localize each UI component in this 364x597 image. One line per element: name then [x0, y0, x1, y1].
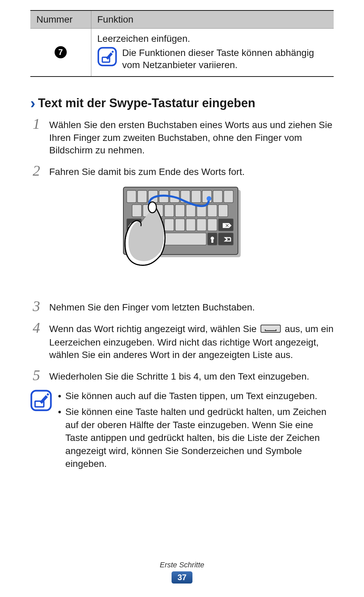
- step4-text-a: Wenn das Wort richtig angezeigt wird, wä…: [49, 324, 259, 334]
- table-row: 7 Leerzeichen einfügen. D: [30, 29, 334, 77]
- svg-rect-5: [138, 190, 147, 203]
- table-header-number: Nummer: [30, 10, 91, 29]
- svg-rect-27: [175, 219, 185, 231]
- page-number-badge: 37: [172, 571, 193, 584]
- row-note-text: Die Funktionen dieser Taste können abhän…: [122, 47, 328, 71]
- step-1: 1 Wählen Sie den ersten Buchstaben eines…: [30, 117, 334, 157]
- step-number: 4: [30, 321, 42, 335]
- table-header-function: Funktion: [91, 10, 334, 29]
- step-number: 1: [30, 117, 42, 131]
- svg-rect-41: [211, 240, 213, 243]
- row-number-badge: 7: [55, 46, 67, 58]
- svg-rect-18: [175, 205, 185, 217]
- step-text: Wiederholen Sie die Schritte 1 bis 4, um…: [49, 368, 309, 383]
- svg-point-40: [211, 237, 214, 240]
- step-text: Nehmen Sie den Finger vom letzten Buchst…: [49, 299, 255, 314]
- svg-rect-29: [197, 219, 206, 231]
- step-5: 5 Wiederholen Sie die Schritte 1 bis 4, …: [30, 368, 334, 383]
- step-2: 2 Fahren Sie damit bis zum Ende des Wort…: [30, 163, 334, 178]
- svg-rect-44: [261, 325, 280, 332]
- tip-text: Sie können auch auf die Tasten tippen, u…: [65, 390, 317, 403]
- step-text: Wenn das Wort richtig angezeigt wird, wä…: [49, 321, 334, 361]
- tips-block: Sie können auch auf die Tasten tippen, u…: [30, 390, 334, 473]
- svg-rect-21: [208, 205, 217, 217]
- spacebar-icon: [261, 323, 281, 336]
- svg-rect-30: [208, 219, 217, 231]
- section-title: › Text mit der Swype-Tastatur eingeben: [30, 96, 334, 111]
- step-number: 3: [30, 299, 42, 314]
- chevron-icon: ›: [30, 96, 35, 111]
- svg-rect-13: [224, 190, 233, 203]
- step-4: 4 Wenn das Wort richtig angezeigt wird, …: [30, 321, 334, 361]
- svg-rect-28: [186, 219, 195, 231]
- step-text: Fahren Sie damit bis zum Ende des Worts …: [49, 163, 245, 178]
- svg-point-42: [207, 196, 211, 201]
- section-heading: Text mit der Swype-Tastatur eingeben: [38, 96, 255, 110]
- svg-rect-14: [132, 205, 142, 217]
- svg-rect-4: [127, 190, 136, 203]
- step-number: 5: [30, 368, 42, 383]
- swype-keyboard-illustration: [30, 185, 334, 288]
- note-icon: [97, 47, 117, 66]
- step-3: 3 Nehmen Sie den Finger vom letzten Buch…: [30, 299, 334, 314]
- function-table: Nummer Funktion 7 Leerzeichen einfügen.: [30, 10, 334, 77]
- svg-rect-26: [164, 219, 174, 231]
- page-footer: Erste Schritte 37: [0, 561, 364, 584]
- svg-rect-19: [186, 205, 195, 217]
- tip-text: Sie können eine Taste halten und gedrück…: [65, 406, 334, 471]
- note-icon: [30, 390, 52, 411]
- svg-rect-17: [164, 205, 174, 217]
- row-function-text: Leerzeichen einfügen.: [97, 33, 328, 44]
- step-text: Wählen Sie den ersten Buchstaben eines W…: [49, 117, 334, 157]
- svg-rect-11: [202, 190, 212, 203]
- footer-section-label: Erste Schritte: [0, 561, 364, 569]
- tips-list: Sie können auch auf die Tasten tippen, u…: [58, 390, 334, 473]
- svg-rect-12: [213, 190, 222, 203]
- svg-rect-10: [191, 190, 201, 203]
- step-number: 2: [30, 163, 42, 178]
- svg-point-43: [148, 202, 156, 213]
- svg-rect-22: [218, 205, 228, 217]
